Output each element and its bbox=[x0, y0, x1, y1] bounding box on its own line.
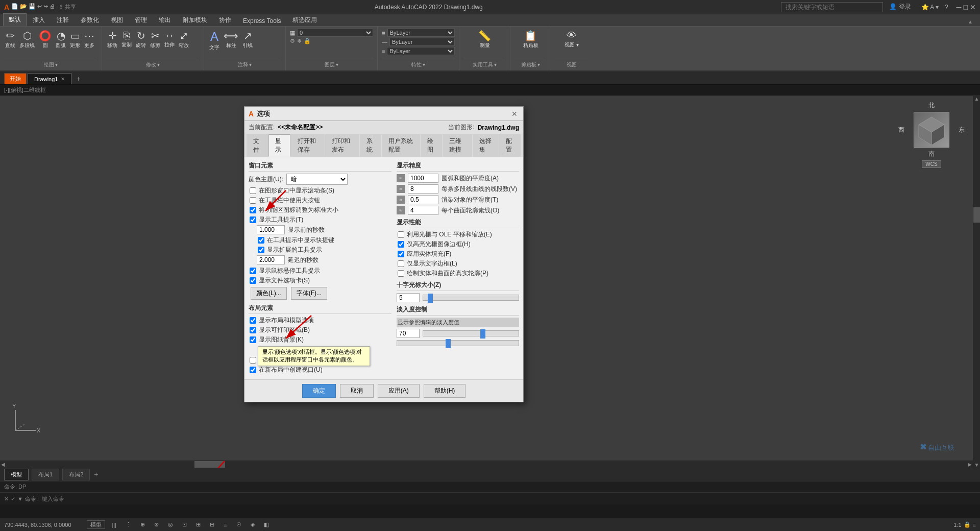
status-sc-btn[interactable]: ◧ bbox=[264, 521, 269, 528]
scroll-right-btn[interactable]: ▶ bbox=[967, 461, 973, 468]
dim-tool[interactable]: ⟺标注 bbox=[223, 29, 239, 60]
scale-tool[interactable]: ⤢缩放 bbox=[178, 29, 190, 60]
cmd-dropdown-btn[interactable]: ▼ bbox=[17, 496, 23, 502]
qa-redo[interactable]: ↪ bbox=[43, 3, 48, 11]
new-tab-button[interactable]: + bbox=[72, 73, 84, 84]
dialog-tab-openclose[interactable]: 打开和保存 bbox=[291, 134, 325, 157]
cb-printable-area-input[interactable] bbox=[250, 327, 256, 333]
nav-cube-box[interactable] bbox=[914, 112, 949, 148]
paste-tool[interactable]: 📋粘贴板 bbox=[514, 29, 547, 50]
scrollbar-h-thumb[interactable] bbox=[194, 461, 225, 468]
view-tool[interactable]: 👁视图 ▾ bbox=[555, 29, 588, 50]
dialog-help-button[interactable]: 帮助(H) bbox=[424, 384, 466, 398]
scrollbar-horizontal[interactable]: ◀ ▶ bbox=[0, 461, 973, 468]
crosshair-slider-thumb[interactable] bbox=[428, 294, 433, 303]
dialog-tab-display[interactable]: 显示 bbox=[268, 134, 290, 157]
tab-manage[interactable]: 管理 bbox=[129, 14, 153, 26]
copy-tool[interactable]: ⎘复制 bbox=[120, 29, 133, 60]
cb-text-frame-input[interactable] bbox=[398, 260, 404, 267]
status-lock-btn[interactable]: 🔒 bbox=[964, 521, 971, 528]
cmd-check-btn[interactable]: ✓ bbox=[11, 496, 15, 502]
precision-input-1[interactable] bbox=[408, 174, 438, 183]
cb-raster-pan-input[interactable] bbox=[398, 231, 404, 238]
measure-tool[interactable]: 📏测量 bbox=[463, 29, 506, 50]
layer-lock-icon[interactable]: 🔒 bbox=[304, 38, 311, 44]
cb-tooltips-input[interactable] bbox=[250, 216, 256, 223]
status-settings-btn[interactable]: ≡ bbox=[973, 522, 976, 528]
layout-tab-2[interactable]: 布局2 bbox=[62, 469, 90, 480]
stretch-tool[interactable]: ↔拉伸 bbox=[163, 29, 176, 60]
scrollbar-thumb[interactable] bbox=[973, 207, 980, 223]
dialog-cancel-button[interactable]: 取消 bbox=[340, 384, 374, 398]
tab-addins[interactable]: 附加模块 bbox=[177, 14, 213, 26]
tooltip-delay2-input[interactable] bbox=[257, 255, 285, 264]
color-select[interactable]: ByLayer bbox=[387, 29, 455, 37]
cb-hover-tooltip-input[interactable] bbox=[250, 268, 256, 274]
tab-express[interactable]: Express Tools bbox=[237, 15, 286, 26]
qa-undo[interactable]: ↩ bbox=[37, 3, 42, 11]
minimize-btn[interactable]: ─ bbox=[957, 3, 962, 11]
cb-file-tabs-input[interactable] bbox=[250, 277, 256, 284]
scroll-up-btn[interactable]: ▲ bbox=[973, 96, 980, 102]
cb-solid-fill-input[interactable] bbox=[398, 251, 404, 257]
precision-input-3[interactable] bbox=[408, 195, 438, 204]
tab-insert[interactable]: 插入 bbox=[27, 14, 51, 26]
cb-scrollbars-input[interactable] bbox=[250, 187, 256, 194]
qa-new[interactable]: 📄 bbox=[11, 3, 18, 11]
status-qp-btn[interactable]: ◈ bbox=[251, 521, 255, 528]
layer-freeze-icon[interactable]: ❄ bbox=[297, 38, 302, 44]
status-osnap-btn[interactable]: ◎ bbox=[168, 521, 173, 528]
command-input[interactable] bbox=[42, 496, 976, 502]
lineweight-select[interactable]: ByLayer bbox=[387, 47, 455, 55]
fade-slider1-thumb[interactable] bbox=[480, 329, 485, 339]
dialog-tab-system[interactable]: 系统 bbox=[360, 134, 381, 157]
tab-output[interactable]: 输出 bbox=[153, 14, 177, 26]
polyline-tool[interactable]: ⬡多段线 bbox=[18, 29, 36, 60]
dialog-apply-button[interactable]: 应用(A) bbox=[378, 384, 420, 398]
cb-page-setup-input[interactable] bbox=[250, 357, 256, 364]
dialog-confirm-button[interactable]: 确定 bbox=[302, 384, 336, 398]
font-button[interactable]: 字体(F)... bbox=[291, 287, 327, 300]
cb-paper-bg-input[interactable] bbox=[250, 336, 256, 343]
tab-annotate[interactable]: 注释 bbox=[51, 14, 75, 26]
color-theme-select[interactable]: 暗 明 bbox=[286, 174, 348, 185]
dialog-tab-3d[interactable]: 三维建模 bbox=[443, 134, 472, 157]
crosshair-slider[interactable] bbox=[423, 295, 519, 301]
cb-extended-tooltip-input[interactable] bbox=[258, 247, 264, 253]
scroll-down-btn[interactable]: ▼ bbox=[973, 462, 980, 468]
crosshair-value-input[interactable] bbox=[397, 293, 420, 302]
fade-slider2-thumb[interactable] bbox=[446, 339, 451, 348]
close-btn[interactable]: ✕ bbox=[970, 3, 976, 11]
cb-paper-shadow-input[interactable] bbox=[258, 346, 264, 353]
status-zoom-btn[interactable]: 1:1 bbox=[953, 522, 961, 528]
tab-view[interactable]: 视图 bbox=[105, 14, 129, 26]
cb-ribbon-icons-input[interactable] bbox=[250, 207, 256, 213]
tab-parametric[interactable]: 参数化 bbox=[75, 14, 105, 26]
dialog-tab-user[interactable]: 用户系统配置 bbox=[382, 134, 420, 157]
cb-layout-model-input[interactable] bbox=[250, 317, 256, 324]
status-ortho-btn[interactable]: ⊕ bbox=[140, 521, 145, 528]
fade-value-input[interactable] bbox=[397, 329, 420, 338]
linetype-select[interactable]: ByLayer bbox=[389, 38, 455, 46]
scroll-left-btn[interactable]: ◀ bbox=[0, 461, 6, 468]
maximize-btn[interactable]: □ bbox=[964, 3, 968, 11]
qa-save[interactable]: 💾 bbox=[29, 3, 36, 11]
status-grid-btn[interactable]: ||| bbox=[112, 522, 117, 528]
status-dyn-btn[interactable]: ⊟ bbox=[210, 521, 214, 528]
cb-raster-frame-input[interactable] bbox=[398, 241, 404, 248]
more-draw[interactable]: ⋯更多 bbox=[83, 29, 95, 60]
qa-open[interactable]: 📂 bbox=[20, 3, 27, 11]
help-icon[interactable]: ? bbox=[945, 4, 948, 11]
share-btn[interactable]: ⇪ 共享 bbox=[59, 3, 76, 11]
text-tool[interactable]: A文字 bbox=[208, 29, 220, 60]
tooltip-delay-input[interactable] bbox=[257, 225, 285, 234]
layout-add-btn[interactable]: + bbox=[94, 470, 98, 478]
dialog-tab-profiles[interactable]: 配置 bbox=[499, 134, 521, 157]
doc-tab-drawing1[interactable]: Drawing1 ✕ bbox=[28, 73, 71, 84]
doc-tab-drawing1-close[interactable]: ✕ bbox=[61, 76, 65, 82]
tab-default[interactable]: 默认 bbox=[3, 13, 27, 26]
status-tp-btn[interactable]: ☉ bbox=[236, 521, 241, 528]
layout-tab-1[interactable]: 布局1 bbox=[32, 469, 59, 480]
dialog-tab-file[interactable]: 文件 bbox=[247, 134, 268, 157]
circle-tool[interactable]: ⭕圆 bbox=[38, 29, 53, 60]
